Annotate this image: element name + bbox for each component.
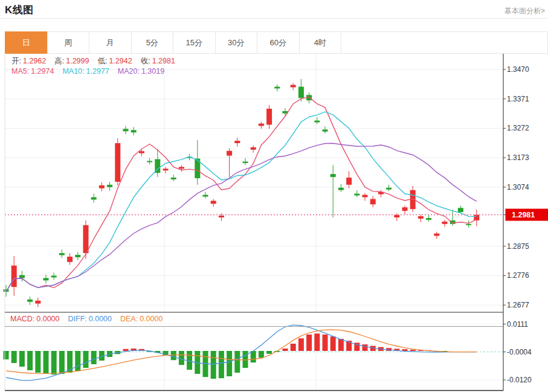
low-value: 低:1.2942: [97, 56, 132, 66]
svg-text:-0.0120: -0.0120: [507, 376, 532, 384]
ma10-value: MA10:1.2977: [62, 67, 109, 76]
gridlines: [5, 53, 503, 391]
svg-text:1.2677: 1.2677: [507, 301, 529, 309]
price-axis: 1.34701.33711.32721.31731.30741.28751.27…: [503, 65, 529, 309]
kline-widget: K线图 基本面分析> 日 周 月 5分 15分 30分 60分 4时 1.347…: [0, 0, 548, 392]
tab-15min[interactable]: 15分: [173, 31, 216, 54]
svg-text:1.2776: 1.2776: [507, 271, 529, 280]
close-value: 收:1.2981: [141, 56, 175, 66]
ma10-line: [6, 112, 477, 292]
high-value: 高:1.2999: [54, 56, 89, 66]
tab-week[interactable]: 周: [47, 31, 90, 54]
svg-text:1.3173: 1.3173: [507, 153, 529, 162]
tab-4hour[interactable]: 4时: [299, 31, 342, 54]
svg-text:1.3470: 1.3470: [507, 65, 529, 74]
ma20-value: MA20:1.3019: [118, 67, 164, 76]
candles-layer: [4, 79, 480, 307]
svg-text:0.0111: 0.0111: [507, 320, 528, 329]
diff-value: DIFF:0.0000: [68, 315, 112, 323]
tab-60min[interactable]: 60分: [257, 31, 300, 54]
tab-30min[interactable]: 30分: [215, 31, 258, 54]
tab-filler: [341, 31, 548, 54]
dea-value: DEA:0.0000: [120, 315, 163, 323]
macd-info: MACD:0.0000 DIFF:0.0000 DEA:0.0000: [10, 315, 163, 323]
period-tabs: 日 周 月 5分 15分 30分 60分 4时: [5, 31, 548, 54]
ma20-line: [6, 143, 477, 292]
svg-text:1.3074: 1.3074: [507, 183, 529, 191]
ma5-line: [6, 97, 477, 292]
macd-axis: 0.0111-0.0004-0.0120: [503, 320, 532, 384]
tab-day[interactable]: 日: [5, 31, 48, 54]
svg-text:1.3371: 1.3371: [507, 95, 529, 103]
current-price-badge: 1.2981: [503, 209, 548, 221]
tab-month[interactable]: 月: [89, 31, 132, 54]
widget-header: K线图 基本面分析>: [0, 0, 548, 19]
svg-text:1.3272: 1.3272: [507, 124, 529, 132]
open-value: 开:1.2962: [11, 56, 46, 66]
ohlc-info: 开:1.2962 高:1.2999 低:1.2942 收:1.2981: [11, 56, 175, 66]
ma5-value: MA5:1.2974: [11, 67, 54, 76]
panel-borders: [5, 53, 503, 391]
page-title: K线图: [5, 3, 34, 17]
svg-text:-0.0004: -0.0004: [507, 348, 532, 356]
ma-info: MA5:1.2974 MA10:1.2977 MA20:1.3019: [11, 67, 164, 76]
svg-text:1.2981: 1.2981: [512, 211, 535, 219]
macd-value: MACD:0.0000: [10, 315, 60, 323]
tab-5min[interactable]: 5分: [131, 31, 174, 54]
fundamental-analysis-link[interactable]: 基本面分析>: [504, 6, 545, 16]
svg-text:1.2875: 1.2875: [507, 242, 529, 251]
